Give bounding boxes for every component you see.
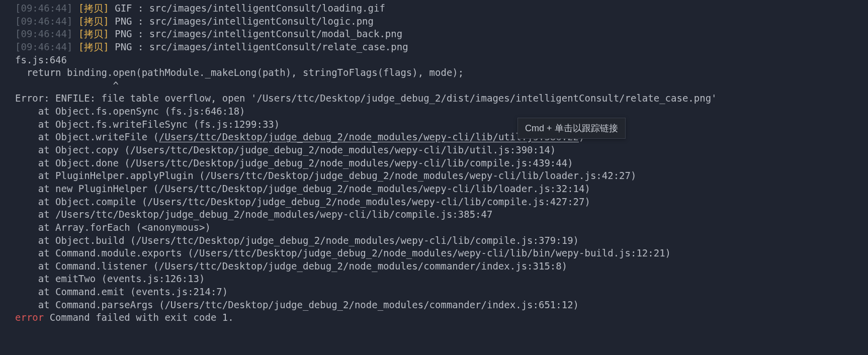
asset-type: GIF	[115, 3, 132, 14]
stack-frame: at Command.parseArgs (/Users/ttc/Desktop…	[0, 299, 868, 312]
stack-frame: at Array.forEach (<anonymous>)	[0, 221, 868, 234]
build-log-line: [09:46:44] [拷贝] GIF : src/images/intelli…	[0, 2, 868, 15]
copy-tag: [拷贝]	[78, 16, 109, 27]
link-tooltip: Cmd + 单击以跟踪链接	[517, 118, 626, 139]
stack-frame: at Command.emit (events.js:214:7)	[0, 286, 868, 299]
source-caret: ^	[0, 79, 868, 93]
stack-frame: at PluginHelper.applyPlugin (/Users/ttc/…	[0, 169, 868, 183]
asset-path: src/images/intelligentConsult/modal_back…	[149, 28, 402, 39]
stack-frame: at Object.build (/Users/ttc/Desktop/judg…	[0, 234, 868, 247]
asset-path: src/images/intelligentConsult/relate_cas…	[149, 41, 408, 52]
build-log-line: [09:46:44] [拷贝] PNG : src/images/intelli…	[0, 15, 868, 28]
stack-frame: at Object.fs.openSync (fs.js:646:18)	[0, 105, 868, 118]
stack-frame: at Command.listener (/Users/ttc/Desktop/…	[0, 260, 868, 273]
source-location: fs.js:646	[0, 54, 868, 67]
stack-frame-prefix: at Object.writeFile (	[15, 131, 159, 142]
stack-frame: at emitTwo (events.js:126:13)	[0, 273, 868, 286]
stack-frame: at /Users/ttc/Desktop/judge_debug_2/node…	[0, 208, 868, 221]
stack-frame: at Command.module.exports (/Users/ttc/De…	[0, 247, 868, 260]
timestamp: [09:46:44]	[15, 41, 72, 52]
asset-type: PNG	[115, 28, 132, 39]
timestamp: [09:46:44]	[15, 16, 72, 27]
copy-tag: [拷贝]	[78, 28, 109, 39]
error-keyword: error	[15, 312, 44, 323]
build-log-line: [09:46:44] [拷贝] PNG : src/images/intelli…	[0, 41, 868, 54]
build-log-line: [09:46:44] [拷贝] PNG : src/images/intelli…	[0, 28, 868, 41]
timestamp: [09:46:44]	[15, 3, 72, 14]
terminal-output: [09:46:44] [拷贝] GIF : src/images/intelli…	[0, 2, 868, 324]
error-message: Error: ENFILE: file table overflow, open…	[0, 92, 868, 105]
asset-type: PNG	[115, 16, 132, 27]
asset-type: PNG	[115, 41, 132, 52]
error-rest: Command failed with exit code 1.	[44, 312, 234, 323]
stack-frame: at Object.copy (/Users/ttc/Desktop/judge…	[0, 144, 868, 157]
file-link[interactable]: /Users/ttc/Desktop/judge_debug_2/node_mo…	[159, 131, 579, 142]
asset-path: src/images/intelligentConsult/logic.png	[149, 16, 374, 27]
copy-tag: [拷贝]	[78, 41, 109, 52]
stack-frame: at new PluginHelper (/Users/ttc/Desktop/…	[0, 183, 868, 196]
stack-frame: at Object.done (/Users/ttc/Desktop/judge…	[0, 157, 868, 170]
copy-tag: [拷贝]	[78, 3, 109, 14]
asset-path: src/images/intelligentConsult/loading.gi…	[149, 3, 385, 14]
source-code-line: return binding.open(pathModule._makeLong…	[0, 66, 868, 79]
stack-frame: at Object.compile (/Users/ttc/Desktop/ju…	[0, 196, 868, 209]
stack-frame: at Object.fs.writeFileSync (fs.js:1299:3…	[0, 118, 868, 131]
final-error-line: error Command failed with exit code 1.	[0, 311, 868, 324]
timestamp: [09:46:44]	[15, 28, 72, 39]
stack-frame: at Object.writeFile (/Users/ttc/Desktop/…	[0, 131, 868, 144]
